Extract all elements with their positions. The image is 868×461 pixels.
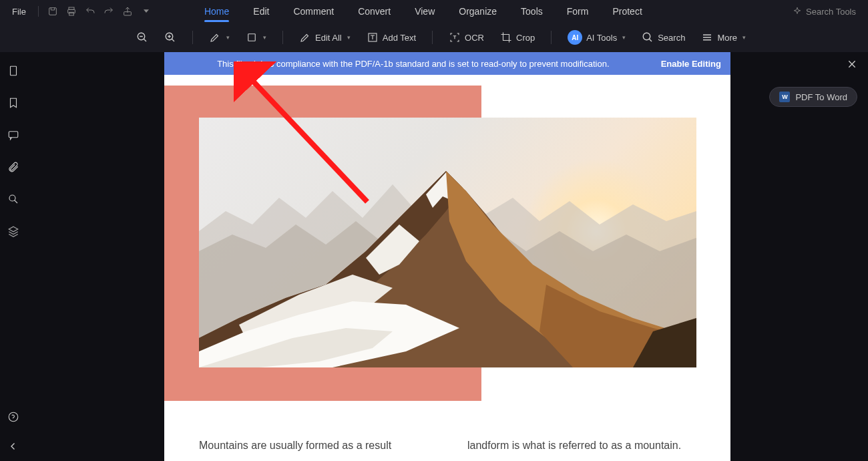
text-column-1: Mountains are usually formed as a result bbox=[199, 437, 427, 454]
svg-point-9 bbox=[643, 33, 650, 40]
tab-form[interactable]: Form bbox=[555, 2, 601, 21]
zoom-out-button[interactable] bbox=[130, 27, 155, 48]
chevron-down-icon: ▾ bbox=[263, 34, 266, 41]
separator bbox=[38, 6, 39, 17]
share-icon[interactable] bbox=[119, 3, 136, 20]
file-menu[interactable]: File bbox=[5, 4, 33, 19]
print-icon[interactable] bbox=[63, 3, 80, 20]
enable-editing-link[interactable]: Enable Editing bbox=[661, 59, 721, 69]
help-icon[interactable] bbox=[7, 410, 20, 424]
comment-icon[interactable] bbox=[7, 128, 20, 142]
more-button[interactable]: More▾ bbox=[694, 27, 752, 48]
save-icon[interactable] bbox=[44, 3, 61, 20]
highlighter-button[interactable]: ▾ bbox=[202, 27, 236, 48]
chevron-down-icon: ▾ bbox=[347, 34, 351, 41]
svg-rect-11 bbox=[9, 132, 18, 138]
chevron-down-icon: ▾ bbox=[622, 34, 626, 41]
svg-rect-0 bbox=[49, 8, 57, 15]
svg-rect-3 bbox=[69, 12, 74, 15]
tab-edit[interactable]: Edit bbox=[241, 2, 281, 21]
banner-message: This file claims compliance with the PDF… bbox=[174, 59, 653, 69]
word-icon: W bbox=[779, 92, 790, 102]
ai-tools-button[interactable]: AIAI Tools▾ bbox=[561, 27, 632, 48]
attachment-icon[interactable] bbox=[7, 160, 20, 174]
more-label: More bbox=[717, 33, 737, 43]
pdf-to-word-button[interactable]: W PDF To Word bbox=[769, 87, 857, 107]
svg-rect-7 bbox=[248, 34, 256, 41]
dropdown-icon[interactable] bbox=[138, 3, 155, 20]
banner-close-icon[interactable] bbox=[847, 59, 857, 72]
add-text-button[interactable]: Add Text bbox=[360, 27, 423, 48]
layers-icon[interactable] bbox=[7, 224, 20, 238]
document-page[interactable]: Mountains are usually formed as a result… bbox=[164, 75, 730, 461]
ai-tools-label: AI Tools bbox=[586, 33, 617, 43]
content-area: This file claims compliance with the PDF… bbox=[27, 52, 868, 461]
ocr-label: OCR bbox=[465, 33, 484, 43]
chevron-down-icon: ▾ bbox=[226, 34, 230, 41]
edit-all-button[interactable]: Edit All▾ bbox=[292, 27, 357, 48]
pdf-to-word-label: PDF To Word bbox=[795, 92, 847, 102]
main-tabs: Home Edit Comment Convert View Organize … bbox=[192, 2, 654, 21]
menubar: File Home Edit Comment Convert View Orga… bbox=[0, 0, 868, 23]
tab-comment[interactable]: Comment bbox=[281, 2, 346, 21]
search-panel-icon[interactable] bbox=[7, 192, 20, 206]
edit-all-label: Edit All bbox=[315, 33, 342, 43]
thumbnails-icon[interactable] bbox=[7, 64, 20, 78]
crop-label: Crop bbox=[516, 33, 535, 43]
tab-home[interactable]: Home bbox=[192, 2, 241, 21]
collapse-icon[interactable] bbox=[7, 440, 20, 453]
add-text-label: Add Text bbox=[383, 33, 416, 43]
tab-view[interactable]: View bbox=[403, 2, 447, 21]
document-text: Mountains are usually formed as a result… bbox=[199, 437, 696, 454]
undo-icon[interactable] bbox=[81, 3, 99, 20]
svg-rect-10 bbox=[11, 66, 17, 75]
tab-convert[interactable]: Convert bbox=[346, 2, 403, 21]
sparkle-icon bbox=[793, 7, 802, 16]
tab-protect[interactable]: Protect bbox=[600, 2, 654, 21]
separator bbox=[432, 31, 433, 44]
separator bbox=[192, 31, 193, 44]
tab-organize[interactable]: Organize bbox=[447, 2, 509, 21]
pdfa-banner: This file claims compliance with the PDF… bbox=[164, 52, 730, 75]
search-label: Search bbox=[658, 33, 685, 43]
toolbar: ▾ ▾ Edit All▾ Add Text OCR Crop AIAI Too… bbox=[0, 23, 868, 52]
search-tools-label: Search Tools bbox=[806, 7, 856, 17]
search-button[interactable]: Search bbox=[635, 27, 692, 48]
ai-icon: AI bbox=[568, 30, 582, 45]
chevron-down-icon: ▾ bbox=[742, 34, 746, 41]
zoom-in-button[interactable] bbox=[158, 27, 183, 48]
crop-button[interactable]: Crop bbox=[493, 27, 541, 48]
separator bbox=[551, 31, 552, 44]
document-image bbox=[199, 118, 696, 367]
redo-icon[interactable] bbox=[100, 3, 118, 20]
tab-tools[interactable]: Tools bbox=[509, 2, 555, 21]
shape-button[interactable]: ▾ bbox=[239, 27, 273, 48]
ocr-button[interactable]: OCR bbox=[442, 27, 491, 48]
bookmark-icon[interactable] bbox=[7, 96, 20, 110]
separator bbox=[282, 31, 283, 44]
sidebar bbox=[0, 52, 27, 461]
search-tools[interactable]: Search Tools bbox=[786, 4, 863, 19]
text-column-2: landform is what is referred to as a mou… bbox=[467, 437, 696, 454]
